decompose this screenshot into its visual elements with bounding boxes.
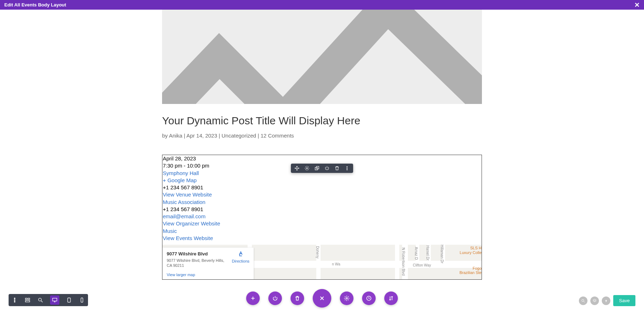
sort-button[interactable] <box>384 291 398 305</box>
map-info-card: 9077 Wilshire Blvd 9077 Wilshire Blvd, B… <box>162 248 254 279</box>
map-street-hamel: Hamel Dr <box>426 245 430 260</box>
svg-point-6 <box>14 298 15 299</box>
svg-text:?: ? <box>605 299 607 302</box>
directions-link[interactable]: Directions <box>232 259 249 263</box>
add-button[interactable] <box>246 291 260 305</box>
organizer-email-link[interactable]: email@email.com <box>162 213 482 220</box>
svg-point-5 <box>347 169 347 170</box>
tablet-view-icon[interactable] <box>66 297 72 303</box>
event-category-link[interactable]: Music <box>162 228 482 235</box>
svg-rect-17 <box>68 298 70 302</box>
power-button[interactable] <box>268 291 282 305</box>
event-date: April 28, 2023 <box>162 155 482 162</box>
history-button[interactable] <box>362 291 376 305</box>
close-icon[interactable]: ✕ <box>634 2 640 8</box>
desktop-view-icon[interactable] <box>50 295 59 305</box>
map-street-robertson: N Robertson Blvd <box>401 248 405 275</box>
svg-point-23 <box>346 298 347 299</box>
view-larger-map-link[interactable]: View larger map <box>167 273 195 277</box>
page-title: Edit All Events Body Layout <box>4 2 66 8</box>
module-toolbar[interactable] <box>291 164 353 173</box>
svg-point-25 <box>582 299 584 301</box>
svg-point-4 <box>347 168 347 169</box>
svg-rect-11 <box>25 300 30 302</box>
map-poi-2: Fogo Brazilian Ste <box>459 266 482 275</box>
svg-point-8 <box>14 301 15 302</box>
svg-rect-9 <box>25 298 27 300</box>
post-meta: by Anika | Apr 14, 2023 | Uncategorized … <box>162 133 482 139</box>
phone-view-icon[interactable] <box>79 297 85 303</box>
map-street-arnaz: Arnaz D <box>414 247 418 260</box>
map-street-clifton: Clifton Way <box>413 263 431 267</box>
move-icon[interactable] <box>294 166 299 171</box>
featured-image-placeholder <box>162 10 482 104</box>
power-icon[interactable] <box>325 166 330 171</box>
bottom-right-toolbar[interactable]: ? Save <box>579 295 635 306</box>
event-phone: +1 234 567 8901 <box>162 184 482 191</box>
more-icon[interactable] <box>345 166 350 171</box>
map-poi-1: SLS H Luxury Colle <box>460 246 482 255</box>
map-street-doheny: Doheny <box>316 246 319 258</box>
svg-rect-10 <box>28 298 30 300</box>
help-icon-button[interactable]: ? <box>602 296 610 305</box>
map-street-wa: n Wa <box>332 262 340 266</box>
organizer-link[interactable]: Music Association <box>162 199 482 206</box>
menu-icon[interactable] <box>11 297 18 303</box>
save-button[interactable]: Save <box>613 295 635 306</box>
svg-point-12 <box>39 298 42 301</box>
events-module[interactable]: April 28, 2023 7:30 pm - 10:00 pm Sympho… <box>162 155 482 280</box>
map-street-hillaman: Hillaman Dr <box>440 245 444 263</box>
directions-icon[interactable] <box>237 255 244 259</box>
svg-point-3 <box>347 166 347 167</box>
event-phone-2: +1 234 567 8901 <box>162 206 482 213</box>
svg-line-26 <box>584 301 585 302</box>
svg-rect-18 <box>81 298 83 302</box>
map-embed[interactable]: Doheny N Robertson Blvd Arnaz D Hamel Dr… <box>162 245 482 279</box>
venue-website-link[interactable]: View Venue Website <box>162 191 482 198</box>
organizer-website-link[interactable]: View Organizer Website <box>162 220 482 227</box>
settings-button[interactable] <box>340 291 353 305</box>
post-title: Your Dynamic Post Title Will Display Her… <box>162 115 482 127</box>
bottom-left-toolbar[interactable] <box>9 294 88 306</box>
layers-icon-button[interactable] <box>590 296 599 305</box>
events-website-link[interactable]: View Events Website <box>162 235 482 242</box>
action-button-row[interactable] <box>246 289 398 308</box>
search-icon-button[interactable] <box>579 296 587 305</box>
gear-icon[interactable] <box>304 166 309 171</box>
trash-icon[interactable] <box>335 166 340 171</box>
zoom-icon[interactable] <box>37 297 44 303</box>
duplicate-icon[interactable] <box>314 166 319 171</box>
wireframe-icon[interactable] <box>24 297 31 303</box>
delete-button[interactable] <box>291 291 304 305</box>
close-action-button[interactable] <box>313 289 331 308</box>
google-map-link[interactable]: + Google Map <box>162 177 482 184</box>
svg-line-13 <box>41 301 43 302</box>
svg-point-0 <box>306 168 308 169</box>
svg-point-7 <box>14 300 15 301</box>
svg-rect-14 <box>53 298 57 301</box>
